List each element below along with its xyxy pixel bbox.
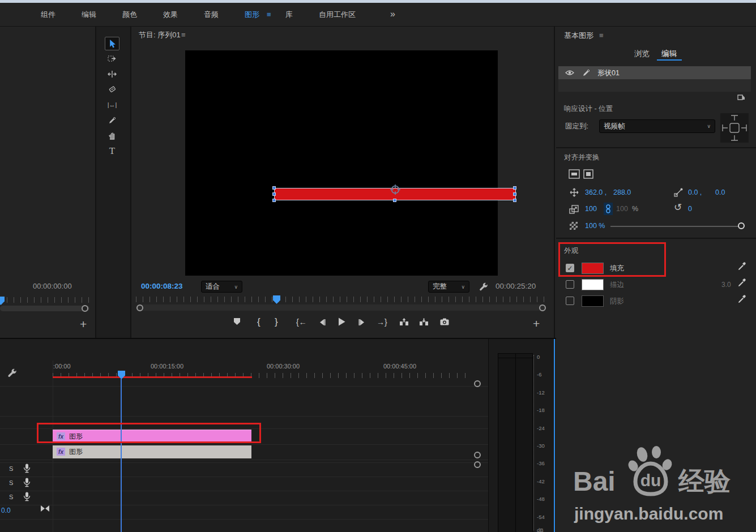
razor-tool-icon[interactable] — [105, 83, 119, 96]
program-video-frame[interactable] — [185, 50, 498, 276]
export-frame-camera-icon[interactable] — [440, 318, 449, 325]
track-select-forward-tool-icon[interactable] — [105, 52, 119, 66]
lift-icon[interactable] — [399, 318, 409, 326]
mic-icon-a1[interactable] — [23, 464, 31, 473]
layer-list-empty-row[interactable] — [558, 79, 751, 92]
step-back-icon[interactable] — [318, 319, 326, 326]
program-scrollbar[interactable] — [136, 304, 546, 311]
scale-height-value[interactable]: 100 — [616, 205, 628, 213]
position-x-value[interactable]: 362.0 , — [585, 189, 606, 196]
pen-tool-icon[interactable] — [105, 113, 119, 127]
workspace-tab-audio[interactable]: 音频 — [204, 11, 219, 18]
tab-edit-active[interactable]: 编辑 — [661, 50, 677, 58]
type-tool-icon[interactable]: T — [105, 144, 119, 157]
fill-color-swatch[interactable] — [582, 263, 604, 274]
graphics-clip-v2[interactable]: fx 图形 — [53, 430, 251, 443]
align-vertical-center-icon[interactable] — [583, 169, 593, 179]
workspace-tab-custom[interactable]: 自用工作区 — [319, 11, 356, 18]
clip-fx-badge[interactable]: fx — [57, 448, 65, 456]
anchor-x-value[interactable]: 0.0 , — [688, 189, 702, 196]
eg-panel-menu-icon[interactable]: ≡ — [599, 32, 604, 39]
extract-icon[interactable] — [419, 318, 429, 326]
master-bowtie-icon[interactable] — [41, 505, 49, 512]
timeline-vscroll-handle-2[interactable] — [474, 461, 481, 468]
clip-fx-badge[interactable]: fx — [57, 432, 65, 440]
shadow-checkbox-unchecked[interactable] — [566, 297, 574, 305]
program-mini-ruler[interactable] — [136, 297, 549, 302]
opacity-slider-handle[interactable] — [738, 222, 745, 229]
solo-button-a2[interactable]: S — [9, 480, 13, 486]
scale-link-toggle[interactable] — [604, 203, 613, 215]
add-marker-icon[interactable] — [233, 318, 241, 325]
selection-tool-icon[interactable] — [105, 37, 119, 50]
program-scrollbar-right-handle[interactable] — [539, 304, 546, 311]
mic-icon-a3[interactable] — [23, 492, 31, 501]
new-layer-icon[interactable] — [737, 93, 745, 101]
workspace-tab-library[interactable]: 库 — [285, 11, 293, 18]
anchor-y-value[interactable]: 0.0 — [715, 189, 725, 196]
go-to-in-icon[interactable]: {← — [296, 318, 307, 326]
fill-eyedropper-icon[interactable] — [738, 262, 746, 271]
work-area-bar[interactable] — [53, 376, 252, 378]
mark-out-icon[interactable]: } — [275, 317, 278, 327]
source-playhead[interactable] — [0, 297, 5, 305]
program-position-timecode[interactable]: 00:00:08:23 — [141, 282, 183, 290]
shape-handle-bl[interactable] — [272, 199, 276, 202]
align-horizontal-center-icon[interactable] — [569, 169, 580, 179]
opacity-value[interactable]: 100 % — [585, 222, 605, 230]
program-add-button[interactable]: + — [533, 318, 540, 329]
mic-icon-a2[interactable] — [23, 478, 31, 487]
hand-tool-icon[interactable] — [105, 128, 119, 142]
shape-handle-ml[interactable] — [272, 192, 276, 196]
pin-to-widget[interactable] — [720, 113, 749, 143]
play-icon[interactable] — [338, 318, 345, 326]
scale-width-value[interactable]: 100 — [585, 205, 597, 213]
solo-button-a1[interactable]: S — [9, 466, 13, 472]
program-mini-playhead[interactable] — [273, 295, 280, 304]
workspace-tab-effects[interactable]: 效果 — [163, 11, 178, 18]
source-zoom-scrollbar[interactable] — [0, 306, 89, 311]
source-zoom-handle[interactable] — [82, 305, 88, 312]
shape-anchor-point-icon[interactable] — [390, 184, 401, 195]
program-settings-wrench-icon[interactable] — [479, 282, 489, 291]
workspace-tab-color[interactable]: 颜色 — [122, 11, 137, 18]
stroke-eyedropper-icon[interactable] — [738, 278, 746, 287]
shape-handle-tr[interactable] — [513, 186, 516, 190]
timeline-settings-wrench-icon[interactable] — [7, 368, 18, 378]
program-zoom-dropdown[interactable]: 适合 ∨ — [201, 281, 242, 293]
fill-checkbox-checked[interactable]: ✓ — [566, 264, 574, 272]
layer-row-shape01[interactable]: 形状01 — [558, 66, 751, 79]
layer-visibility-eye-icon[interactable] — [565, 70, 574, 76]
source-add-button[interactable]: + — [80, 318, 87, 330]
stroke-color-swatch[interactable] — [582, 279, 604, 290]
layer-pen-icon[interactable] — [582, 68, 591, 77]
shape-handle-bc[interactable] — [393, 199, 396, 202]
ripple-edit-tool-icon[interactable] — [105, 67, 119, 81]
graphics-clip-v1[interactable]: fx 图形 — [53, 445, 251, 458]
stroke-checkbox-unchecked[interactable] — [566, 280, 574, 289]
workspace-tab-components[interactable]: 组件 — [41, 11, 55, 18]
tab-browse[interactable]: 浏览 — [634, 50, 650, 58]
source-mini-ruler[interactable] — [0, 297, 95, 303]
program-scrollbar-left-handle[interactable] — [136, 304, 143, 311]
stroke-width-value[interactable]: 3.0 — [721, 281, 731, 288]
step-forward-icon[interactable] — [358, 319, 366, 326]
workspace-tab-edit[interactable]: 编辑 — [82, 11, 96, 18]
go-to-out-icon[interactable]: →} — [377, 318, 387, 326]
workspace-overflow-icon[interactable]: » — [390, 10, 395, 19]
shape-handle-mr[interactable] — [513, 192, 516, 196]
program-resolution-dropdown[interactable]: 完整 ∨ — [428, 281, 469, 293]
solo-button-a3[interactable]: S — [9, 494, 13, 500]
workspace-tab-graphics-active[interactable]: 图形 — [245, 11, 259, 18]
pin-to-dropdown[interactable]: 视频帧 ∨ — [599, 119, 715, 133]
shadow-eyedropper-icon[interactable] — [738, 295, 746, 303]
timeline-vscroll-handle-top[interactable] — [474, 380, 481, 387]
rotation-value[interactable]: 0 — [688, 205, 692, 213]
position-y-value[interactable]: 288.0 — [613, 189, 631, 196]
shape-handle-br[interactable] — [513, 199, 516, 202]
slip-tool-icon[interactable]: |↔| — [105, 98, 119, 111]
graphics-menu-icon[interactable]: ≡ — [267, 11, 271, 18]
shape-handle-tl[interactable] — [272, 186, 276, 190]
timeline-vscroll-handle-1[interactable] — [474, 452, 481, 458]
mark-in-icon[interactable]: { — [257, 317, 260, 327]
